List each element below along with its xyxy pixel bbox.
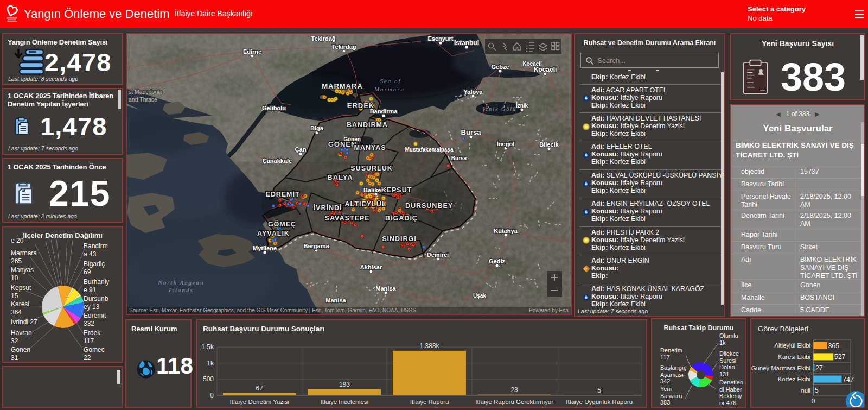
svg-text:131: 131 — [719, 371, 729, 377]
svg-text:Tekirdağ: Tekirdağ — [311, 35, 335, 42]
svg-text:Itfaiye Incelemesi: Itfaiye Incelemesi — [320, 399, 368, 405]
svg-text:ALTIEYLÜL: ALTIEYLÜL — [345, 200, 387, 208]
svg-text:Powered by Esri: Powered by Esri — [529, 307, 569, 313]
svg-text:SINDIRGI: SINDIRGI — [382, 235, 417, 243]
svg-text:22: 22 — [84, 354, 91, 362]
svg-text:Havran: Havran — [11, 329, 32, 337]
svg-text:0: 0 — [210, 392, 214, 399]
svg-text:Bekleniy: Bekleniy — [719, 393, 742, 399]
svg-text:SUSURLUK: SUSURLUK — [350, 165, 392, 172]
svg-text:EDREMİT: EDREMİT — [265, 190, 299, 198]
svg-text:Mytilene: Mytilene — [253, 245, 277, 251]
svg-text:31: 31 — [11, 354, 18, 362]
svg-text:Itfaiye Raporu: Itfaiye Raporu — [410, 399, 449, 405]
svg-text:Manyas: Manyas — [11, 266, 34, 274]
svg-text:Karesi Ekibi: Karesi Ekibi — [778, 354, 810, 360]
svg-text:Akhisar: Akhisar — [360, 264, 382, 270]
svg-text:Biga: Biga — [310, 125, 324, 131]
svg-text:383: 383 — [660, 399, 670, 406]
svg-text:Gelibolu: Gelibolu — [262, 105, 286, 111]
svg-text:ey 13: ey 13 — [84, 303, 100, 311]
svg-text:Yalova: Yalova — [464, 89, 483, 95]
svg-text:AYVALIK: AYVALIK — [257, 230, 290, 237]
svg-text:Altieylül Ekibi: Altieylül Ekibi — [774, 342, 810, 349]
svg-text:MANYAS: MANYAS — [354, 144, 386, 152]
svg-text:5: 5 — [815, 387, 819, 394]
svg-text:Istanbul: Istanbul — [454, 39, 479, 47]
svg-text:Dolan: Dolan — [719, 364, 735, 370]
svg-text:Karesi: Karesi — [11, 300, 29, 308]
svg-text:Gomec: Gomec — [84, 346, 105, 354]
svg-text:Gebze: Gebze — [491, 64, 509, 70]
svg-text:69: 69 — [84, 268, 91, 276]
svg-text:Bandirm: Bandirm — [84, 242, 108, 250]
svg-text:193: 193 — [339, 381, 350, 388]
svg-text:Tekirdag: Tekirdag — [331, 43, 356, 50]
svg-text:0: 0 — [812, 398, 815, 405]
svg-text:Denetim: Denetim — [660, 347, 682, 354]
svg-text:Dursunb: Dursunb — [84, 295, 108, 302]
svg-text:Esenyurt: Esenyurt — [427, 35, 453, 42]
svg-text:Itfaiye Raporu Gerektirmiyor: Itfaiye Raporu Gerektirmiyor — [475, 399, 553, 405]
svg-text:Bursa: Bursa — [461, 128, 482, 136]
svg-text:di Haber: di Haber — [719, 386, 742, 393]
svg-text:SAVASTEPE: SAVASTEPE — [325, 215, 370, 222]
svg-text:e 91: e 91 — [84, 286, 97, 294]
svg-text:Marmara: Marmara — [374, 86, 405, 92]
svg-text:67: 67 — [256, 384, 264, 392]
svg-text:İznik: İznik — [516, 102, 528, 109]
svg-text:1.5k: 1.5k — [201, 343, 214, 351]
svg-text:Basvuru: Basvuru — [660, 393, 682, 399]
svg-text:Sea of: Sea of — [380, 78, 401, 84]
svg-text:ERDEK: ERDEK — [347, 102, 375, 110]
svg-text:747: 747 — [843, 376, 854, 383]
svg-text:332: 332 — [84, 320, 94, 327]
svg-text:Islands: Islands — [168, 287, 194, 293]
svg-text:Korfez Ekibi: Korfez Ekibi — [778, 376, 810, 382]
svg-text:Başlangıç: Başlangıç — [660, 364, 687, 371]
svg-text:or 476: or 476 — [719, 400, 736, 406]
svg-text:BİGADİÇ: BİGADİÇ — [385, 214, 418, 222]
svg-text:KEPSUT: KEPSUT — [381, 186, 412, 194]
svg-text:364: 364 — [11, 308, 22, 316]
svg-text:Bilecik: Bilecik — [539, 141, 559, 148]
svg-text:a 43: a 43 — [84, 250, 97, 258]
svg-text:1k: 1k — [719, 339, 726, 346]
svg-text:İnegöl: İnegöl — [497, 141, 514, 147]
svg-text:Ivrindi 27: Ivrindi 27 — [11, 318, 37, 326]
svg-text:15: 15 — [11, 292, 18, 300]
svg-text:Itfaiye Denetim Yazisi: Itfaiye Denetim Yazisi — [230, 399, 290, 405]
svg-text:500: 500 — [203, 375, 214, 383]
svg-text:Burhaniy: Burhaniy — [84, 278, 109, 286]
svg-text:Gonen: Gonen — [11, 346, 30, 354]
svg-text:342: 342 — [660, 378, 670, 384]
svg-text:BANDIRMA: BANDIRMA — [347, 121, 388, 129]
svg-text:Mustafakemalpaşa: Mustafakemalpaşa — [405, 147, 454, 153]
svg-text:Bursa: Bursa — [451, 155, 467, 161]
svg-text:Uşak: Uşak — [473, 293, 486, 299]
svg-text:Kütahya: Kütahya — [494, 228, 518, 234]
svg-text:Denetlen: Denetlen — [719, 379, 743, 386]
svg-text:Manisa: Manisa — [326, 297, 346, 304]
svg-text:Suresi: Suresi — [719, 357, 736, 364]
svg-text:Erdek: Erdek — [84, 329, 101, 337]
svg-text:Marmara: Marmara — [11, 249, 37, 257]
svg-text:null: null — [801, 387, 810, 394]
svg-text:1k: 1k — [207, 359, 214, 367]
svg-text:Manisa: Manisa — [375, 285, 396, 292]
svg-text:Itfaiye Uygunluk Raporu: Itfaiye Uygunluk Raporu — [566, 399, 633, 405]
svg-text:İznik Gölü: İznik Gölü — [482, 106, 516, 112]
svg-text:5: 5 — [597, 387, 601, 394]
svg-text:North Aegean: North Aegean — [157, 279, 204, 286]
svg-text:st Macedonia: st Macedonia — [129, 89, 163, 95]
svg-text:Gediz: Gediz — [489, 258, 505, 264]
svg-text:DURSUNBEY: DURSUNBEY — [405, 202, 453, 210]
svg-text:MARMARA: MARMARA — [322, 82, 363, 90]
svg-text:Edirne: Edirne — [243, 48, 261, 55]
svg-text:and Thrace: and Thrace — [129, 96, 157, 103]
svg-text:265: 265 — [11, 257, 22, 265]
svg-text:Dilekce: Dilekce — [719, 350, 739, 357]
svg-text:Çan: Çan — [295, 146, 307, 153]
svg-text:1.383k: 1.383k — [419, 342, 439, 350]
svg-text:Aşaması: Aşaması — [660, 371, 684, 378]
